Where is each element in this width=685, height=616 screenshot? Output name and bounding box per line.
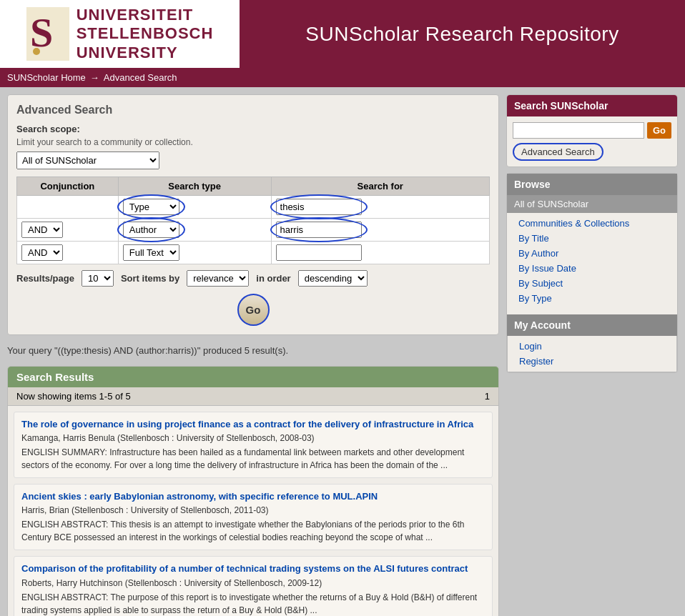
breadcrumb-separator: → — [90, 72, 99, 83]
sort-select[interactable]: relevance title author date — [187, 270, 249, 287]
breadcrumb-current: Advanced Search — [104, 72, 177, 83]
result-item-3: Comparison of the profitability of a num… — [14, 556, 493, 616]
result-abstract-1: ENGLISH SUMMARY: Infrastructure has been… — [21, 446, 485, 472]
svg-point-2 — [33, 48, 40, 55]
conj-cell-3: AND OR NOT — [17, 242, 119, 264]
results-per-page-select[interactable]: 10 20 40 — [82, 270, 114, 287]
login-link[interactable]: Login — [508, 339, 676, 354]
query-result-text: Your query "((type:thesis) AND (author:h… — [7, 342, 499, 359]
conj-select-3[interactable]: AND OR NOT — [21, 244, 63, 261]
browse-link-author[interactable]: By Author — [507, 246, 677, 261]
right-adv-search-link[interactable]: Advanced Search — [513, 143, 603, 161]
type-cell-2: Type Author Title Subject Full Text — [118, 219, 271, 242]
scope-label: Search scope: — [16, 124, 490, 134]
adv-search-link-row: Advanced Search — [507, 141, 677, 167]
search-row-1: Type Author Title Subject Full Text — [17, 196, 490, 219]
uni-name-line2: STELLENBOSCH — [77, 24, 214, 43]
university-logo-icon: S — [26, 7, 69, 61]
browse-link-title[interactable]: By Title — [507, 231, 677, 246]
conj-cell-2: AND OR NOT — [17, 219, 119, 242]
result-abstract-2: ENGLISH ABSTRACT: This thesis is an atte… — [21, 518, 485, 544]
order-select[interactable]: descending ascending — [298, 270, 368, 287]
col-search-type: Search type — [118, 177, 271, 196]
conj-cell-1 — [17, 196, 119, 219]
result-title-2[interactable]: Ancient skies : early Babylonian astrono… — [21, 490, 485, 503]
search-row-3: AND OR NOT Type Author Title Subject — [17, 242, 490, 264]
search-sunscholar-title: Search SUNScholar — [507, 95, 677, 116]
result-item-1: The role of governance in using project … — [14, 412, 493, 478]
browse-links: Communities & Collections By Title By Au… — [507, 213, 677, 309]
site-title: SUNScholar Research Repository — [305, 23, 619, 46]
type-select-2[interactable]: Type Author Title Subject Full Text — [123, 222, 179, 238]
result-meta-1: Kamanga, Harris Benula (Stellenbosch : U… — [21, 433, 485, 443]
result-title-1[interactable]: The role of governance in using project … — [21, 418, 485, 431]
search-sunscholar-box: Search SUNScholar Go Advanced Search — [506, 94, 678, 167]
result-meta-3: Roberts, Harry Hutchinson (Stellenbosch … — [21, 578, 485, 588]
result-item-2: Ancient skies : early Babylonian astrono… — [14, 484, 493, 550]
header-title-area: SUNScholar Research Repository — [240, 0, 685, 68]
right-panel: Search SUNScholar Go Advanced Search Bro… — [506, 94, 678, 616]
search-input-2[interactable] — [276, 222, 362, 238]
browse-box: Browse All of SUNScholar Communities & C… — [506, 173, 678, 373]
search-row-2: AND OR NOT Type Author Title — [17, 219, 490, 242]
result-meta-2: Harris, Brian (Stellenbosch : University… — [21, 505, 485, 515]
go-button[interactable]: Go — [237, 294, 270, 326]
browse-title: Browse — [507, 174, 677, 195]
type-select-wrapper-1: Type Author Title Subject Full Text — [123, 199, 179, 215]
sunscholar-go-button[interactable]: Go — [647, 122, 671, 139]
browse-section-header: All of SUNScholar — [507, 195, 677, 213]
search-results-box: Search Results Now showing items 1-5 of … — [7, 366, 499, 616]
type-select-wrapper-2: Type Author Title Subject Full Text — [123, 222, 179, 238]
svg-text:S: S — [30, 9, 53, 56]
for-cell-2 — [271, 219, 489, 242]
breadcrumb: SUNScholar Home → Advanced Search — [0, 68, 685, 87]
order-label: in order — [256, 273, 290, 284]
showing-text: Now showing items 1-5 of 5 — [16, 391, 131, 402]
scope-select[interactable]: All of SUNScholar — [16, 151, 159, 169]
breadcrumb-home-link[interactable]: SUNScholar Home — [7, 72, 86, 83]
search-results-subheader: Now showing items 1-5 of 5 1 — [8, 387, 498, 406]
result-abstract-3: ENGLISH ABSTRACT: The purpose of this re… — [21, 591, 485, 616]
advanced-search-panel: Advanced Search Search scope: Limit your… — [7, 94, 499, 335]
go-button-row: Go — [16, 294, 490, 326]
result-title-3[interactable]: Comparison of the profitability of a num… — [21, 562, 485, 575]
browse-link-issue-date[interactable]: By Issue Date — [507, 261, 677, 276]
options-row: Results/page 10 20 40 Sort items by rele… — [16, 270, 490, 287]
type-cell-1: Type Author Title Subject Full Text — [118, 196, 271, 219]
sort-label: Sort items by — [121, 273, 179, 284]
col-conjunction: Conjunction — [17, 177, 119, 196]
type-select-3[interactable]: Type Author Title Subject Full Text — [123, 244, 179, 261]
advanced-search-title: Advanced Search — [16, 104, 490, 116]
search-fields-table: Conjunction Search type Search for Type — [16, 177, 490, 264]
for-cell-3 — [271, 242, 489, 264]
page-number: 1 — [485, 391, 490, 402]
browse-link-type[interactable]: By Type — [507, 291, 677, 306]
uni-name-line3: UNIVERSITY — [77, 44, 214, 62]
type-cell-3: Type Author Title Subject Full Text — [118, 242, 271, 264]
for-cell-1 — [271, 196, 489, 219]
search-input-wrapper-2 — [276, 222, 362, 238]
search-input-row: Go — [507, 116, 677, 141]
logo-area: S UNIVERSITEIT STELLENBOSCH UNIVERSITY — [0, 0, 240, 68]
my-account-links: Login Register — [507, 336, 677, 372]
search-input-1[interactable] — [276, 199, 362, 215]
register-link[interactable]: Register — [508, 354, 676, 369]
conj-select-2[interactable]: AND OR NOT — [21, 222, 63, 238]
results-per-page-label: Results/page — [16, 273, 74, 284]
col-search-for: Search for — [271, 177, 489, 196]
search-input-3[interactable] — [276, 244, 362, 261]
type-select-1[interactable]: Type Author Title Subject Full Text — [123, 199, 179, 215]
scope-desc: Limit your search to a community or coll… — [16, 137, 490, 147]
university-name: UNIVERSITEIT STELLENBOSCH UNIVERSITY — [77, 6, 214, 62]
uni-name-line1: UNIVERSITEIT — [77, 6, 214, 24]
browse-link-communities[interactable]: Communities & Collections — [507, 216, 677, 231]
browse-link-subject[interactable]: By Subject — [507, 276, 677, 291]
sunscholar-search-input[interactable] — [513, 122, 644, 139]
search-input-wrapper-1 — [276, 199, 362, 215]
my-account-header: My Account — [507, 314, 677, 336]
search-results-header: Search Results — [8, 367, 498, 387]
